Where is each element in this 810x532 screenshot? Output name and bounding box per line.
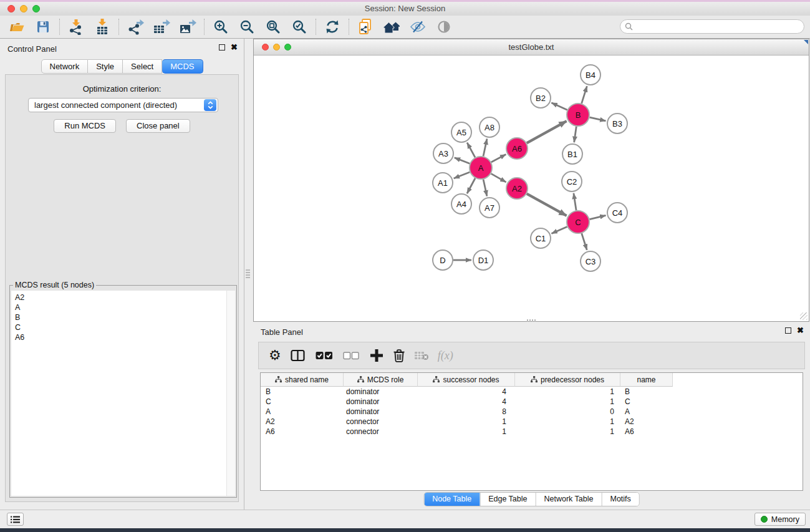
open-session-icon[interactable] — [4, 17, 30, 36]
float-panel-icon[interactable] — [219, 44, 225, 51]
node-A8[interactable]: A8 — [480, 117, 499, 137]
export-network-icon[interactable] — [122, 17, 148, 36]
memory-button[interactable]: Memory — [755, 513, 806, 526]
result-item[interactable]: B — [15, 312, 223, 322]
select-all-rows-icon[interactable] — [316, 346, 333, 365]
tab-motifs[interactable]: Motifs — [601, 493, 639, 506]
import-table-icon[interactable] — [89, 17, 115, 36]
node-A1[interactable]: A1 — [433, 173, 453, 193]
optimization-criterion-select[interactable]: largest connected component (directed) — [28, 98, 218, 112]
node-A[interactable]: A — [470, 157, 492, 179]
split-view-icon[interactable] — [291, 346, 305, 365]
zoom-fit-icon[interactable] — [260, 17, 286, 36]
edge-B-B3[interactable] — [590, 117, 606, 121]
result-scrollbar[interactable] — [226, 291, 235, 496]
node-B1[interactable]: B1 — [562, 144, 582, 164]
tab-node-table[interactable]: Node Table — [424, 493, 480, 506]
task-history-button[interactable] — [7, 513, 24, 526]
tab-edge-table[interactable]: Edge Table — [480, 493, 535, 506]
table-row[interactable]: Bdominator41B — [261, 387, 803, 397]
column-header-successor-nodes[interactable]: successor nodes — [418, 373, 515, 387]
edge-A-A8[interactable] — [483, 139, 487, 157]
column-header-name[interactable]: name — [620, 373, 673, 387]
toggle-graphics-details-icon[interactable] — [405, 17, 431, 36]
tab-network-table[interactable]: Network Table — [536, 493, 602, 506]
edge-C-C1[interactable] — [551, 227, 567, 234]
node-A2[interactable]: A2 — [506, 178, 528, 199]
network-zoom-button[interactable] — [284, 44, 291, 51]
tab-select[interactable]: Select — [123, 59, 162, 74]
edge-A-A3[interactable] — [455, 158, 470, 163]
edge-A2-C[interactable] — [527, 194, 567, 216]
zoom-out-icon[interactable] — [234, 17, 260, 36]
close-panel-icon[interactable]: ✖ — [231, 44, 238, 51]
node-A3[interactable]: A3 — [433, 143, 453, 163]
search-box[interactable] — [620, 19, 804, 34]
run-mcds-button[interactable]: Run MCDS — [54, 119, 116, 133]
table-settings-icon[interactable]: ⚙ — [269, 346, 281, 365]
result-item[interactable]: A2 — [15, 293, 223, 302]
home-view-icon[interactable] — [378, 17, 405, 36]
node-C2[interactable]: C2 — [562, 172, 582, 191]
edge-A-A7[interactable] — [483, 180, 487, 196]
network-close-button[interactable] — [262, 44, 269, 51]
column-header-shared-name[interactable]: shared name — [261, 373, 344, 387]
close-table-panel-icon[interactable]: ✖ — [797, 327, 804, 334]
result-item[interactable]: A6 — [15, 332, 223, 342]
column-header-MCDS-role[interactable]: MCDS role — [344, 373, 418, 387]
edge-B-B2[interactable] — [551, 103, 567, 110]
splitter-grip[interactable] — [246, 269, 250, 279]
node-B2[interactable]: B2 — [531, 88, 551, 108]
resize-grip-icon[interactable] — [800, 312, 808, 320]
close-window-button[interactable] — [7, 5, 15, 12]
add-column-icon[interactable] — [370, 346, 383, 365]
zoom-in-icon[interactable] — [208, 17, 234, 36]
network-canvas[interactable]: ABCA6A2A1A3A4A5A7A8B1B2B3B4C1C2C3C4DD1 — [254, 56, 809, 321]
deselect-all-rows-icon[interactable] — [343, 346, 359, 365]
tab-network[interactable]: Network — [41, 59, 88, 74]
node-C[interactable]: C — [567, 211, 589, 233]
node-B4[interactable]: B4 — [581, 65, 600, 85]
table-row[interactable]: A6connector11A6 — [261, 427, 803, 437]
detach-grip-icon[interactable] — [804, 40, 808, 44]
zoom-selected-icon[interactable] — [286, 17, 312, 36]
result-item[interactable]: A — [15, 302, 223, 312]
refresh-network-icon[interactable] — [319, 17, 345, 36]
edge-C-C4[interactable] — [589, 215, 605, 219]
tab-style[interactable]: Style — [88, 59, 123, 74]
table-row[interactable]: Adominator80A — [261, 407, 803, 417]
edge-A-A6[interactable] — [491, 154, 506, 162]
node-table-header[interactable]: shared nameMCDS rolesuccessor nodesprede… — [261, 373, 803, 387]
node-D1[interactable]: D1 — [473, 250, 493, 270]
edge-C-C2[interactable] — [574, 193, 576, 210]
node-A7[interactable]: A7 — [480, 198, 499, 218]
node-C1[interactable]: C1 — [531, 228, 551, 248]
float-table-panel-icon[interactable] — [785, 327, 791, 334]
node-B[interactable]: B — [567, 104, 589, 126]
save-session-icon[interactable] — [30, 17, 56, 36]
birds-eye-view-icon[interactable] — [431, 17, 457, 36]
edge-C-C3[interactable] — [582, 233, 587, 250]
result-item[interactable]: C — [15, 322, 223, 332]
edge-A-A5[interactable] — [467, 143, 475, 158]
search-input[interactable] — [635, 22, 804, 31]
import-network-icon[interactable] — [63, 17, 89, 36]
table-row[interactable]: Cdominator41C — [261, 397, 803, 407]
edge-B-B4[interactable] — [582, 86, 587, 104]
network-minimize-button[interactable] — [273, 44, 280, 51]
edge-A-A1[interactable] — [454, 172, 470, 178]
export-table-icon[interactable] — [148, 17, 175, 36]
edge-A-A2[interactable] — [491, 173, 506, 182]
zoom-window-button[interactable] — [32, 5, 40, 12]
table-row[interactable]: A2connector11A2 — [261, 417, 803, 427]
minimize-window-button[interactable] — [20, 5, 27, 12]
edge-A6-B[interactable] — [527, 121, 567, 143]
node-D[interactable]: D — [433, 250, 453, 270]
delete-columns-icon[interactable] — [393, 346, 405, 365]
tab-mcds[interactable]: MCDS — [162, 59, 203, 74]
node-A4[interactable]: A4 — [451, 194, 471, 214]
new-network-from-selection-icon[interactable] — [352, 17, 378, 36]
export-image-icon[interactable] — [175, 17, 201, 36]
node-A6[interactable]: A6 — [506, 138, 528, 159]
node-C3[interactable]: C3 — [581, 251, 600, 271]
